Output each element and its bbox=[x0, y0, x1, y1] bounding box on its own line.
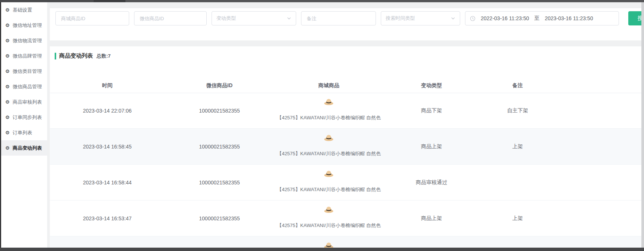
product-change-list-card: 商品变动列表 总数:7 时间 微信商品ID 商城商品 变动类型 备注 2023-… bbox=[50, 46, 641, 248]
row-mall-product: 【42575】KAWATANI/川谷小卷檐编织帽 自然色 bbox=[274, 93, 383, 128]
row-mall-product: 【42575】KAWATANI/川谷小卷檐编织帽 自然色 bbox=[274, 165, 383, 200]
sidebar-item-wechat-category[interactable]: ⚙ 微信类目管理 bbox=[1, 64, 47, 79]
gear-icon: ⚙ bbox=[5, 7, 10, 12]
sidebar-item-wechat-product[interactable]: ⚙ 微信商品管理 bbox=[1, 79, 47, 94]
sidebar-item-label: 基础设置 bbox=[13, 7, 32, 13]
mall-product-id-field[interactable] bbox=[55, 11, 129, 25]
row-remark: 上架 bbox=[479, 129, 556, 164]
column-header-remark: 备注 bbox=[479, 79, 556, 93]
sidebar-item-wechat-brand[interactable]: ⚙ 微信品牌管理 bbox=[1, 48, 47, 64]
product-thumbnail-hat-icon bbox=[324, 205, 334, 213]
sidebar-item-label: 微信商品管理 bbox=[13, 83, 42, 90]
mall-product-id-input[interactable] bbox=[60, 15, 124, 22]
row-time: 2023-03-14 22:07:06 bbox=[50, 93, 165, 128]
product-thumbnail-hat-icon bbox=[324, 133, 334, 141]
table-row: 2023-03-14 16:53:47 10000021582355 【4257… bbox=[50, 201, 641, 236]
product-name: 【42575】KAWATANI/川谷小卷檐编织帽 自然色 bbox=[277, 186, 381, 193]
list-title-block: 商品变动列表 总数:7 bbox=[55, 52, 111, 59]
date-range-start: 2022-03-16 11:23:50 bbox=[481, 15, 529, 21]
sidebar-item-wechat-address[interactable]: ⚙ 微信地址管理 bbox=[1, 18, 47, 33]
sidebar-item-label: 微信品牌管理 bbox=[13, 53, 42, 59]
row-mall-product bbox=[274, 236, 383, 248]
sidebar-item-order-list[interactable]: ⚙ 订单列表 bbox=[1, 125, 47, 140]
search-button[interactable]: 搜索 bbox=[628, 11, 641, 25]
remark-input[interactable] bbox=[306, 15, 371, 22]
search-time-type-placeholder: 搜索时间类型 bbox=[386, 15, 415, 22]
title-accent-bar bbox=[55, 53, 56, 59]
row-time: 2023-03-14 16:58:44 bbox=[50, 165, 165, 200]
clock-icon bbox=[470, 16, 476, 21]
row-wechat-product-id: 10000021582355 bbox=[165, 129, 274, 164]
product-thumbnail-hat-icon bbox=[324, 97, 334, 105]
window-frame-bottom bbox=[0, 248, 644, 251]
sidebar-item-product-review-list[interactable]: ⚙ 商品审核列表 bbox=[1, 94, 47, 110]
sidebar-item-product-change-list[interactable]: ⚙ 商品变动列表 bbox=[1, 140, 47, 156]
gear-icon: ⚙ bbox=[5, 69, 10, 74]
gear-icon: ⚙ bbox=[5, 53, 10, 58]
column-header-change-type: 变动类型 bbox=[384, 79, 480, 93]
product-name: 【42575】KAWATANI/川谷小卷檐编织帽 自然色 bbox=[277, 150, 381, 157]
date-range-separator: 至 bbox=[534, 15, 540, 22]
sidebar-item-label: 订单同步列表 bbox=[13, 114, 42, 121]
row-change-type: 商品审核通过 bbox=[384, 165, 480, 200]
table-header-row: 时间 微信商品ID 商城商品 变动类型 备注 bbox=[50, 79, 641, 93]
sidebar-item-label: 微信地址管理 bbox=[13, 22, 42, 29]
chevron-down-icon bbox=[287, 16, 291, 21]
table-row: 2023-03-14 22:07:06 10000021582355 【4257… bbox=[50, 93, 641, 129]
row-change-type: 商品上架 bbox=[384, 201, 480, 236]
sidebar-item-label: 微信物流管理 bbox=[13, 37, 42, 44]
change-type-select[interactable]: 变动类型 bbox=[212, 11, 296, 25]
gear-icon: ⚙ bbox=[5, 38, 10, 43]
date-range-picker[interactable]: 2022-03-16 11:23:50 至 2023-03-16 11:23:5… bbox=[465, 11, 619, 25]
table-row: 2023-03-14 16:58:45 10000021582355 【4257… bbox=[50, 129, 641, 165]
row-change-type: 商品上架 bbox=[384, 129, 480, 164]
table-row-partial bbox=[50, 236, 641, 248]
row-wechat-product-id: 10000021582355 bbox=[165, 201, 274, 236]
sidebar-item-label: 微信类目管理 bbox=[13, 68, 42, 75]
row-remark: 上架 bbox=[479, 201, 556, 236]
sidebar-item-label: 商品变动列表 bbox=[13, 145, 42, 151]
date-range-end: 2023-03-16 11:23:50 bbox=[545, 15, 593, 21]
row-mall-product: 【42575】KAWATANI/川谷小卷檐编织帽 自然色 bbox=[274, 201, 383, 236]
sidebar-item-order-sync-list[interactable]: ⚙ 订单同步列表 bbox=[1, 110, 47, 125]
sidebar: ⚙ 基础设置 ⚙ 微信地址管理 ⚙ 微信物流管理 ⚙ 微信品牌管理 ⚙ 微信类目… bbox=[1, 2, 47, 248]
row-change-type: 商品下架 bbox=[384, 93, 480, 128]
search-time-type-select[interactable]: 搜索时间类型 bbox=[381, 11, 460, 25]
gear-icon: ⚙ bbox=[5, 146, 10, 150]
gear-icon: ⚙ bbox=[5, 100, 10, 104]
filter-bar: 变动类型 搜索时间类型 2022-03-16 11:23:50 至 2023-0… bbox=[50, 8, 641, 40]
column-header-wechat-product-id: 微信商品ID bbox=[165, 79, 274, 93]
row-time: 2023-03-14 16:58:45 bbox=[50, 129, 165, 164]
row-remark: 自主下架 bbox=[479, 93, 556, 128]
column-header-time: 时间 bbox=[50, 79, 165, 93]
list-total-count: 总数:7 bbox=[97, 53, 111, 59]
change-type-placeholder: 变动类型 bbox=[216, 15, 236, 22]
sidebar-item-wechat-logistics[interactable]: ⚙ 微信物流管理 bbox=[1, 33, 47, 48]
gear-icon: ⚙ bbox=[5, 130, 10, 135]
page-right-edge-scrollbar[interactable] bbox=[641, 2, 644, 248]
product-name: 【42575】KAWATANI/川谷小卷檐编织帽 自然色 bbox=[277, 222, 381, 229]
sidebar-item-basic-settings[interactable]: ⚙ 基础设置 bbox=[1, 2, 47, 18]
product-thumbnail-hat-icon bbox=[324, 241, 334, 248]
window-frame-top bbox=[0, 0, 644, 2]
sidebar-item-label: 订单列表 bbox=[13, 129, 32, 136]
chevron-down-icon bbox=[451, 16, 455, 21]
gear-icon: ⚙ bbox=[5, 84, 10, 89]
window-frame-top-segment bbox=[94, 0, 125, 2]
remark-field[interactable] bbox=[301, 11, 376, 25]
wechat-product-id-field[interactable] bbox=[134, 11, 207, 25]
gear-icon: ⚙ bbox=[5, 115, 10, 120]
row-wechat-product-id: 10000021582355 bbox=[165, 165, 274, 200]
product-thumbnail-hat-icon bbox=[324, 169, 334, 177]
row-wechat-product-id: 10000021582355 bbox=[165, 93, 274, 128]
wechat-product-id-input[interactable] bbox=[139, 15, 202, 22]
list-title: 商品变动列表 bbox=[59, 52, 93, 59]
column-header-mall-product: 商城商品 bbox=[274, 79, 383, 93]
sidebar-item-label: 商品审核列表 bbox=[13, 99, 42, 105]
row-mall-product: 【42575】KAWATANI/川谷小卷檐编织帽 自然色 bbox=[274, 129, 383, 164]
row-remark bbox=[479, 165, 556, 200]
table-row: 2023-03-14 16:58:44 10000021582355 【4257… bbox=[50, 165, 641, 201]
gear-icon: ⚙ bbox=[5, 23, 10, 28]
row-time: 2023-03-14 16:53:47 bbox=[50, 201, 165, 236]
product-name: 【42575】KAWATANI/川谷小卷檐编织帽 自然色 bbox=[277, 114, 381, 121]
